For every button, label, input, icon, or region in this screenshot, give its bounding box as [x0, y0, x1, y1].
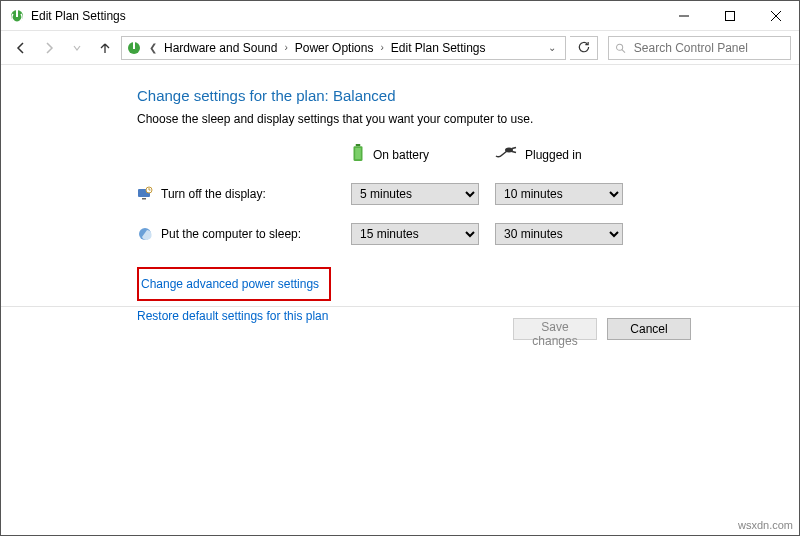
svg-rect-7 [133, 42, 135, 49]
watermark: wsxdn.com [738, 519, 793, 531]
row-sleep: Put the computer to sleep: [137, 226, 337, 242]
content-pane: Change settings for the plan: Balanced C… [1, 65, 799, 535]
breadcrumb-power-options[interactable]: Power Options [293, 39, 376, 57]
svg-point-8 [617, 44, 623, 50]
power-options-icon [126, 40, 142, 56]
svg-rect-17 [142, 198, 146, 200]
window-title: Edit Plan Settings [31, 9, 126, 23]
sleep-plugged-select[interactable]: 30 minutes [495, 223, 623, 245]
svg-rect-12 [355, 148, 361, 159]
svg-line-14 [512, 148, 516, 149]
recent-locations-dropdown[interactable] [65, 36, 89, 60]
up-button[interactable] [93, 36, 117, 60]
svg-point-13 [505, 148, 513, 153]
row-display-label: Turn off the display: [161, 187, 266, 201]
column-header-plugged: Plugged in [495, 146, 625, 163]
svg-rect-1 [16, 10, 18, 17]
settings-grid: On battery Plugged in Turn off the displ… [157, 144, 799, 245]
address-bar[interactable]: ❮ Hardware and Sound › Power Options › E… [121, 36, 566, 60]
footer-bar: Save changes Cancel [1, 306, 799, 350]
search-box[interactable] [608, 36, 791, 60]
display-battery-select[interactable]: 5 minutes [351, 183, 479, 205]
row-sleep-label: Put the computer to sleep: [161, 227, 301, 241]
plug-icon [495, 146, 517, 163]
display-plugged-select[interactable]: 10 minutes [495, 183, 623, 205]
highlight-box: Change advanced power settings [137, 267, 331, 301]
page-heading: Change settings for the plan: Balanced [137, 87, 799, 104]
close-button[interactable] [753, 1, 799, 31]
address-dropdown[interactable]: ⌄ [543, 42, 561, 53]
page-subtext: Choose the sleep and display settings th… [137, 112, 799, 126]
save-button[interactable]: Save changes [513, 318, 597, 340]
forward-button[interactable] [37, 36, 61, 60]
breadcrumb-hardware-sound[interactable]: Hardware and Sound [162, 39, 279, 57]
search-icon [615, 42, 626, 54]
svg-rect-10 [356, 144, 361, 146]
power-options-icon [9, 8, 25, 24]
column-header-battery-label: On battery [373, 148, 429, 162]
refresh-button[interactable] [570, 36, 598, 60]
back-button[interactable] [9, 36, 33, 60]
minimize-button[interactable] [661, 1, 707, 31]
column-header-plugged-label: Plugged in [525, 148, 582, 162]
display-icon [137, 186, 153, 202]
sleep-battery-select[interactable]: 15 minutes [351, 223, 479, 245]
svg-line-9 [622, 49, 625, 52]
svg-line-15 [512, 152, 516, 153]
titlebar: Edit Plan Settings [1, 1, 799, 31]
column-header-battery: On battery [351, 144, 481, 165]
maximize-button[interactable] [707, 1, 753, 31]
change-advanced-link[interactable]: Change advanced power settings [141, 275, 319, 293]
chevron-right-icon[interactable]: ❮ [146, 42, 160, 53]
battery-icon [351, 144, 365, 165]
nav-bar: ❮ Hardware and Sound › Power Options › E… [1, 31, 799, 65]
breadcrumb-edit-plan[interactable]: Edit Plan Settings [389, 39, 488, 57]
svg-rect-3 [726, 11, 735, 20]
sleep-icon [137, 226, 153, 242]
chevron-right-icon[interactable]: › [377, 42, 386, 53]
chevron-right-icon[interactable]: › [281, 42, 290, 53]
search-input[interactable] [632, 40, 784, 56]
cancel-button[interactable]: Cancel [607, 318, 691, 340]
row-turn-off-display: Turn off the display: [137, 186, 337, 202]
